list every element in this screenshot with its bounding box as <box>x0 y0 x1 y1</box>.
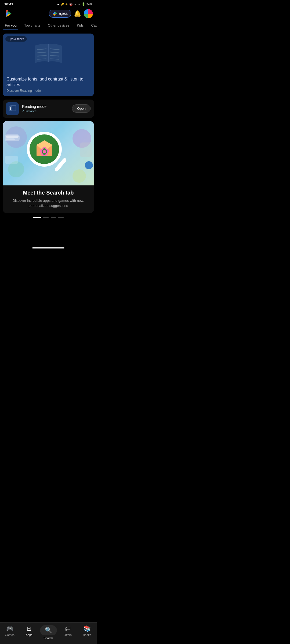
app-name: Reading mode <box>22 104 69 109</box>
mute-icon: 🔇 <box>69 3 73 6</box>
play-store-logo[interactable] <box>4 9 13 19</box>
svg-marker-10 <box>53 14 55 16</box>
tips-subtitle: Discover Reading mode <box>6 89 90 93</box>
dot-4 <box>58 217 64 218</box>
tips-text: Customize fonts, add contrast & listen t… <box>3 74 94 96</box>
status-time: 10:41 <box>4 2 13 6</box>
tips-card[interactable]: Tips & tricks Customize fonts, add contr… <box>3 34 94 96</box>
bg-circle-blue <box>85 161 93 169</box>
search-promo-title: Meet the Search tab <box>7 190 90 196</box>
dot-1 <box>33 217 41 218</box>
book-illustration <box>30 39 67 68</box>
app-status: ✓ Installed <box>22 109 69 113</box>
open-button[interactable]: Open <box>72 104 91 113</box>
user-avatar[interactable] <box>84 9 93 18</box>
signal-icon: ▲ <box>78 3 81 6</box>
tab-top-charts[interactable]: Top charts <box>20 21 44 30</box>
reading-mode-icon <box>6 102 19 115</box>
svg-line-18 <box>50 56 59 56</box>
top-bar-right: 9,956 🔔 <box>49 9 93 18</box>
tab-kids[interactable]: Kids <box>73 21 87 30</box>
home-indicator <box>32 247 64 248</box>
svg-point-37 <box>43 150 46 153</box>
points-value: 9,956 <box>59 12 68 16</box>
dot-2 <box>43 217 49 218</box>
status-icons: ☁ 🔑 ⚡ 🔇 ▲ ▲ 🔋 34% <box>57 2 92 6</box>
svg-marker-8 <box>53 12 55 14</box>
magnifier-circle <box>27 132 62 167</box>
tab-categories[interactable]: Categories <box>88 21 97 30</box>
top-bar: 9,956 🔔 <box>0 7 97 21</box>
cloud-icon: ☁ <box>57 2 60 6</box>
magnifier <box>27 132 70 175</box>
svg-line-14 <box>38 56 46 56</box>
tab-other-devices[interactable]: Other devices <box>44 21 73 30</box>
app-info: Reading mode ✓ Installed <box>22 104 69 113</box>
scroll-content: Tips & tricks Customize fonts, add contr… <box>0 30 97 246</box>
svg-rect-20 <box>9 106 12 111</box>
key-icon: 🔑 <box>61 3 64 6</box>
svg-marker-11 <box>55 14 57 16</box>
notifications-icon[interactable]: 🔔 <box>74 10 81 17</box>
bg-shape-3 <box>73 169 86 183</box>
search-promo-card: Meet the Search tab Discover incredible … <box>3 121 94 213</box>
tips-badge: Tips & tricks <box>5 36 27 42</box>
nav-tabs: For you Top charts Other devices Kids Ca… <box>0 21 97 30</box>
app-row-reading-mode: Reading mode ✓ Installed Open <box>3 100 94 118</box>
carousel-dots <box>3 217 94 218</box>
search-promo-text: Meet the Search tab Discover incredible … <box>3 185 94 213</box>
status-bar: 10:41 ☁ 🔑 ⚡ 🔇 ▲ ▲ 🔋 34% <box>0 0 97 7</box>
points-icon <box>52 11 57 16</box>
bluetooth-icon: ⚡ <box>65 3 68 6</box>
tips-title: Customize fonts, add contrast & listen t… <box>6 76 90 88</box>
battery-icon: 🔋 <box>82 2 85 6</box>
search-promo-description: Discover incredible apps and games with … <box>7 198 90 208</box>
bg-card-right <box>80 142 92 157</box>
envelope-icon <box>34 139 55 159</box>
tab-for-you[interactable]: For you <box>1 21 20 30</box>
search-promo-image <box>3 121 94 185</box>
points-badge[interactable]: 9,956 <box>49 10 71 18</box>
bg-ui-element-1 <box>5 134 20 141</box>
bg-ui-element-2 <box>5 156 18 164</box>
svg-marker-9 <box>55 12 57 14</box>
battery-percent: 34% <box>86 3 92 6</box>
dot-3 <box>51 217 56 218</box>
wifi-icon: ▲ <box>74 3 77 6</box>
